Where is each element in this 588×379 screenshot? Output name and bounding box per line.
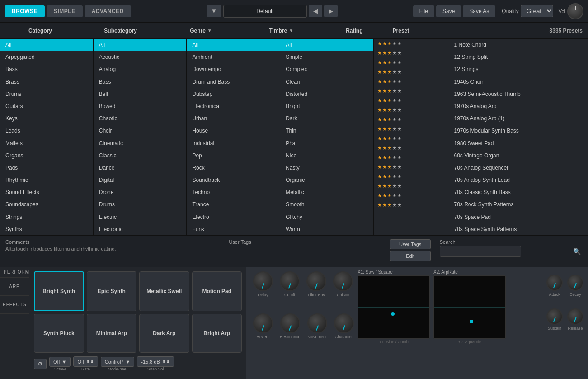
- preset-item[interactable]: 1970s Modular Synth Bass: [448, 125, 588, 137]
- rating-item[interactable]: ★★★★★: [374, 86, 448, 96]
- rating-item[interactable]: ★★★★★: [374, 143, 448, 153]
- category-item[interactable]: Mallets: [0, 137, 93, 150]
- pad-2[interactable]: Metallic Swell: [139, 271, 189, 311]
- genre-item[interactable]: Industrial: [187, 137, 280, 150]
- modwheel-control[interactable]: Control7 ▼: [101, 357, 134, 367]
- subcategory-item[interactable]: Analog: [94, 63, 187, 76]
- release-knob[interactable]: [567, 308, 583, 325]
- preset-item[interactable]: 70s Space Pad: [448, 211, 588, 223]
- preset-item[interactable]: 70s Analog Sequencer: [448, 162, 588, 174]
- preset-item[interactable]: 12 String Split: [448, 51, 588, 63]
- timbre-item[interactable]: Clean: [280, 76, 373, 88]
- pad-0[interactable]: Bright Synth: [34, 271, 84, 311]
- timbre-item[interactable]: Nasty: [280, 162, 373, 174]
- subcategory-item[interactable]: Drone: [94, 186, 187, 199]
- delay-knob[interactable]: [253, 271, 273, 291]
- rating-item[interactable]: ★★★★★: [374, 181, 448, 191]
- preset-item[interactable]: 70s Rock Synth Patterns: [448, 199, 588, 211]
- pad-1[interactable]: Epic Synth: [87, 271, 137, 311]
- pad-7[interactable]: Bright Arp: [192, 314, 242, 353]
- category-item[interactable]: Brass: [0, 76, 93, 88]
- rating-item[interactable]: ★★★★★: [374, 134, 448, 143]
- timbre-item[interactable]: Phat: [280, 137, 373, 150]
- genre-item[interactable]: Urban: [187, 113, 280, 125]
- timbre-item[interactable]: Organic: [280, 174, 373, 186]
- category-item[interactable]: Strings: [0, 211, 93, 223]
- genre-item[interactable]: Dubstep: [187, 88, 280, 100]
- preset-item[interactable]: 70s Classic Synth Bass: [448, 186, 588, 199]
- timbre-item[interactable]: Bright: [280, 100, 373, 113]
- subcategory-item[interactable]: Electric: [94, 211, 187, 223]
- pad-4[interactable]: Synth Pluck: [34, 314, 84, 353]
- category-item[interactable]: Keys: [0, 113, 93, 125]
- category-item[interactable]: Guitars: [0, 100, 93, 113]
- subcategory-item[interactable]: Drums: [94, 199, 187, 211]
- user-tags-button[interactable]: User Tags: [390, 239, 431, 249]
- rating-item[interactable]: ★★★★★: [374, 39, 448, 48]
- timbre-item[interactable]: Metallic: [280, 186, 373, 199]
- category-item[interactable]: Rhythmic: [0, 174, 93, 186]
- subcategory-item[interactable]: Acoustic: [94, 51, 187, 63]
- pad-6[interactable]: Dark Arp: [139, 314, 189, 353]
- snapvol-control[interactable]: -15.8 dB ⬆⬇: [137, 356, 174, 367]
- pad-5[interactable]: Minimal Arp: [87, 314, 137, 353]
- category-item[interactable]: Synths: [0, 223, 93, 235]
- subcategory-item[interactable]: Classic: [94, 150, 187, 162]
- category-item[interactable]: Organs: [0, 150, 93, 162]
- genre-item[interactable]: Rock: [187, 162, 280, 174]
- xy1-pad[interactable]: [358, 275, 430, 339]
- tab-simple[interactable]: SIMPLE: [47, 5, 83, 17]
- timbre-item[interactable]: Simple: [280, 51, 373, 63]
- timbre-item[interactable]: Smooth: [280, 199, 373, 211]
- subcategory-item[interactable]: Digital: [94, 174, 187, 186]
- timbre-item[interactable]: Thin: [280, 125, 373, 137]
- category-item[interactable]: Pads: [0, 162, 93, 174]
- character-knob[interactable]: [334, 313, 354, 333]
- xy2-pad[interactable]: [433, 275, 506, 339]
- edit-button[interactable]: Edit: [390, 251, 431, 261]
- genre-item[interactable]: Funk: [187, 223, 280, 235]
- timbre-item[interactable]: Nice: [280, 150, 373, 162]
- rating-item[interactable]: ★★★★★: [374, 153, 448, 162]
- genre-item[interactable]: Downtempo: [187, 63, 280, 76]
- preset-item[interactable]: 60s Vintage Organ: [448, 150, 588, 162]
- preset-item[interactable]: 70s Analog Synth Lead: [448, 174, 588, 186]
- subcategory-item[interactable]: Bowed: [94, 100, 187, 113]
- category-item[interactable]: Bass: [0, 63, 93, 76]
- preset-dropdown-arrow[interactable]: ▼: [207, 5, 221, 17]
- cutoff-knob[interactable]: [280, 271, 300, 291]
- genre-item[interactable]: All: [187, 39, 280, 51]
- genre-item[interactable]: Electronica: [187, 100, 280, 113]
- subcategory-item[interactable]: Choir: [94, 125, 187, 137]
- genre-item[interactable]: Pop: [187, 150, 280, 162]
- genre-item[interactable]: Electro: [187, 211, 280, 223]
- timbre-item[interactable]: Dark: [280, 113, 373, 125]
- save-button[interactable]: Save: [436, 5, 461, 17]
- category-item[interactable]: Sound Effects: [0, 186, 93, 199]
- rating-item[interactable]: ★★★★★: [374, 58, 448, 67]
- genre-item[interactable]: Soundtrack: [187, 174, 280, 186]
- preset-prev[interactable]: ◀: [309, 5, 322, 17]
- genre-item[interactable]: Ambient: [187, 51, 280, 63]
- rating-item[interactable]: ★★★★★: [374, 172, 448, 181]
- rating-item[interactable]: ★★★★★: [374, 115, 448, 124]
- vol-knob[interactable]: [567, 3, 583, 19]
- decay-knob[interactable]: [567, 275, 583, 291]
- category-item[interactable]: Arpeggiated: [0, 51, 93, 63]
- subcategory-item[interactable]: Electronic: [94, 223, 187, 235]
- genre-item[interactable]: Drum and Bass: [187, 76, 280, 88]
- unison-knob[interactable]: [333, 271, 353, 291]
- preset-item[interactable]: 1940s Choir: [448, 76, 588, 88]
- timbre-item[interactable]: Glitchy: [280, 211, 373, 223]
- rating-item[interactable]: ★★★★★: [374, 191, 448, 200]
- preset-item[interactable]: 1980 Sweet Pad: [448, 137, 588, 150]
- resonance-knob[interactable]: [280, 313, 300, 333]
- preset-item[interactable]: 1963 Semi-Acoustic Thumb: [448, 88, 588, 100]
- movement-knob[interactable]: [307, 313, 327, 333]
- rating-item[interactable]: ★★★★★: [374, 200, 448, 210]
- search-input[interactable]: [440, 246, 521, 257]
- filter-env-knob[interactable]: [306, 271, 326, 291]
- preset-item[interactable]: 1970s Analog Arp: [448, 100, 588, 113]
- preset-item[interactable]: 1970s Analog Arp (1): [448, 113, 588, 125]
- rating-item[interactable]: ★★★★★: [374, 96, 448, 105]
